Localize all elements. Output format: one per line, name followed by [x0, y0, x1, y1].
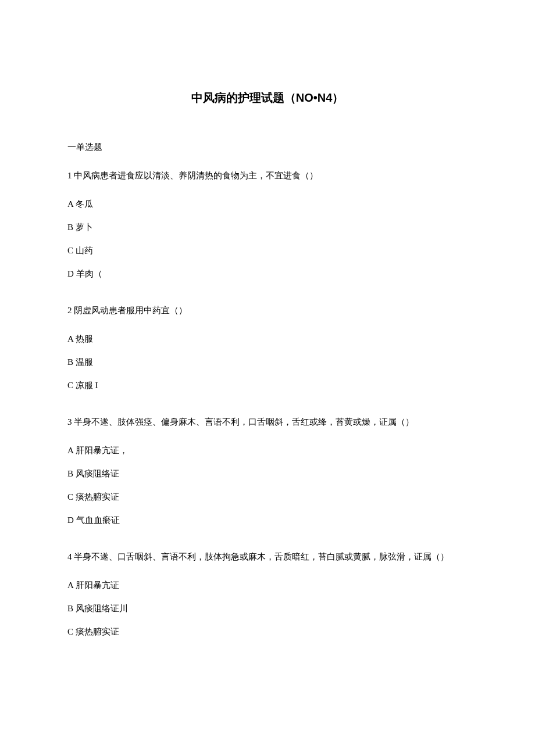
option-a: A 冬瓜: [67, 196, 468, 212]
option-c: C 凉服 I: [67, 378, 468, 393]
question-block-3: 3 半身不遂、肢体强痉、偏身麻木、言语不利，口舌咽斜，舌红或绛，苔黄或燥，证属（…: [67, 414, 468, 528]
option-a: A 肝阳暴亢证: [67, 578, 468, 593]
option-d: D 气血血瘀证: [67, 513, 468, 528]
option-b: B 风痰阻络证: [67, 466, 468, 482]
question-text: 3 半身不遂、肢体强痉、偏身麻木、言语不利，口舌咽斜，舌红或绛，苔黄或燥，证属（…: [67, 414, 468, 430]
option-a: A 肝阳暴亢证，: [67, 443, 468, 458]
option-a: A 热服: [67, 331, 468, 347]
option-b: B 萝卜: [67, 220, 468, 235]
option-d: D 羊肉（: [67, 266, 468, 282]
page-title: 中风病的护理试题（NO•N4）: [67, 90, 468, 106]
question-text: 4 半身不遂、口舌咽斜、言语不利，肢体拘急或麻木，舌质暗红，苔白腻或黄腻，脉弦滑…: [67, 549, 468, 565]
question-block-4: 4 半身不遂、口舌咽斜、言语不利，肢体拘急或麻木，舌质暗红，苔白腻或黄腻，脉弦滑…: [67, 549, 468, 640]
option-c: C 痰热腑实证: [67, 624, 468, 640]
option-b: B 风痰阻络证川: [67, 601, 468, 617]
question-block-2: 2 阴虚风动患者服用中药宜（） A 热服 B 温服 C 凉服 I: [67, 303, 468, 393]
question-text: 2 阴虚风动患者服用中药宜（）: [67, 303, 468, 318]
option-b: B 温服: [67, 354, 468, 370]
option-c: C 山药: [67, 243, 468, 259]
question-block-1: 1 中风病患者进食应以清淡、养阴清热的食物为主，不宜进食（） A 冬瓜 B 萝卜…: [67, 168, 468, 282]
option-c: C 痰热腑实证: [67, 489, 468, 505]
section-header: 一单选题: [67, 139, 468, 155]
question-text: 1 中风病患者进食应以清淡、养阴清热的食物为主，不宜进食（）: [67, 168, 468, 184]
